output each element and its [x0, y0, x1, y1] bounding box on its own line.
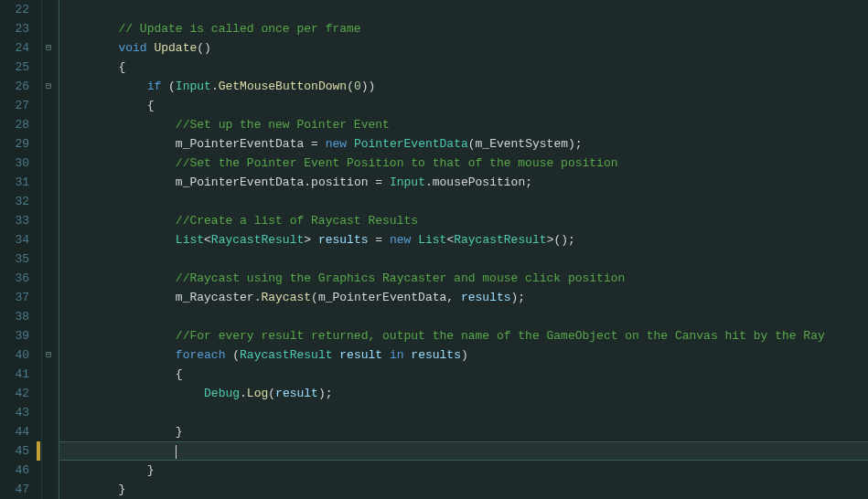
line-number: 35 [0, 250, 29, 269]
code-line[interactable]: if (Input.GetMouseButtonDown(0)) [59, 77, 868, 96]
line-number: 27 [0, 96, 29, 115]
change-bar-column [35, 0, 42, 499]
type-name: Input [390, 175, 425, 189]
field: m_PointerEventData [318, 291, 446, 304]
line-number: 36 [0, 269, 29, 288]
line-number: 34 [0, 230, 29, 250]
code-line[interactable]: { [59, 365, 868, 384]
comment: //Raycast using the Graphics Raycaster a… [176, 271, 625, 285]
keyword: new [326, 137, 347, 151]
code-line[interactable] [59, 0, 868, 19]
code-line[interactable]: Debug.Log(result); [59, 384, 868, 403]
type-name: RaycastResult [240, 348, 332, 362]
comment: // Update is called once per frame [118, 22, 360, 36]
line-number: 22 [0, 0, 29, 19]
type-name: Input [176, 80, 211, 93]
code-line[interactable] [59, 403, 868, 422]
line-number: 25 [0, 58, 29, 77]
code-line[interactable]: //Set up the new Pointer Event [59, 115, 868, 134]
line-number: 33 [0, 211, 29, 230]
code-line[interactable]: } [59, 480, 868, 499]
line-number: 28 [0, 115, 29, 134]
comment: //Create a list of Raycast Results [176, 214, 418, 228]
type-name: List [176, 233, 204, 247]
method-name: Update [154, 41, 197, 55]
line-number: 40 [0, 345, 29, 365]
line-number: 44 [0, 422, 29, 441]
code-line[interactable]: foreach (RaycastResult result in results… [59, 345, 868, 365]
line-number: 30 [0, 154, 29, 173]
line-number: 23 [0, 19, 29, 38]
method-name: GetMouseButtonDown [219, 80, 347, 93]
code-line[interactable]: //For every result returned, output the … [59, 326, 868, 345]
code-line[interactable]: } [59, 461, 868, 480]
comment: //For every result returned, output the … [176, 329, 825, 343]
fold-toggle[interactable]: ⊟ [42, 345, 55, 365]
code-line[interactable] [59, 307, 868, 326]
code-line[interactable]: { [59, 96, 868, 115]
comment: //Set up the new Pointer Event [176, 118, 390, 132]
line-number: 26 [0, 77, 29, 96]
line-number: 24 [0, 38, 29, 58]
field: m_EventSystem [476, 137, 568, 151]
line-number: 39 [0, 326, 29, 345]
line-number: 43 [0, 403, 29, 422]
keyword: if [147, 80, 162, 93]
property: position [311, 175, 368, 189]
field: m_PointerEventData [176, 175, 304, 189]
property: mousePosition [433, 175, 525, 189]
keyword: new [390, 233, 411, 247]
keyword: in [390, 348, 404, 362]
variable: result [339, 348, 382, 362]
code-line[interactable]: m_PointerEventData.position = Input.mous… [59, 173, 868, 192]
text-caret [176, 445, 177, 459]
code-line[interactable]: //Raycast using the Graphics Raycaster a… [59, 269, 868, 288]
code-text-area[interactable]: // Update is called once per frame void … [55, 0, 868, 499]
line-number: 42 [0, 384, 29, 403]
type-name: List [418, 233, 446, 247]
code-line[interactable]: void Update() [59, 38, 868, 58]
type-name: PointerEventData [354, 137, 468, 151]
code-line[interactable]: //Set the Pointer Event Position to that… [59, 154, 868, 173]
line-number: 41 [0, 365, 29, 384]
type-name: Debug [204, 387, 240, 400]
code-line[interactable] [59, 192, 868, 211]
type-name: RaycastResult [454, 233, 546, 247]
line-number: 32 [0, 192, 29, 211]
code-line[interactable]: m_PointerEventData = new PointerEventDat… [59, 134, 868, 154]
code-line[interactable]: // Update is called once per frame [59, 19, 868, 38]
line-number: 31 [0, 173, 29, 192]
code-editor[interactable]: 22 23 24 25 26 27 28 29 30 31 32 33 34 3… [0, 0, 868, 499]
fold-column: ⊟ ⊟ ⊟ [42, 0, 55, 499]
keyword: foreach [176, 348, 226, 362]
field: m_Raycaster [176, 291, 254, 304]
line-number: 45 [0, 441, 29, 461]
comment: //Set the Pointer Event Position to that… [176, 156, 618, 170]
line-number: 38 [0, 307, 29, 326]
variable: result [275, 387, 318, 400]
code-line[interactable]: m_Raycaster.Raycast(m_PointerEventData, … [59, 288, 868, 307]
method-name: Log [247, 387, 268, 400]
line-number-gutter: 22 23 24 25 26 27 28 29 30 31 32 33 34 3… [0, 0, 35, 499]
line-number: 37 [0, 288, 29, 307]
code-line[interactable]: { [59, 58, 868, 77]
keyword: void [118, 41, 146, 55]
line-number: 47 [0, 480, 29, 499]
variable: results [318, 233, 369, 247]
line-number: 46 [0, 461, 29, 480]
variable: results [411, 348, 461, 362]
fold-toggle[interactable]: ⊟ [42, 77, 55, 96]
code-line[interactable] [59, 250, 868, 269]
number-literal: 0 [354, 80, 361, 93]
code-line[interactable]: List<RaycastResult> results = new List<R… [59, 230, 868, 250]
modified-line-marker [37, 441, 40, 461]
type-name: RaycastResult [211, 233, 304, 247]
method-name: Raycast [261, 291, 311, 304]
field: m_PointerEventData [176, 137, 304, 151]
code-line[interactable]: //Create a list of Raycast Results [59, 211, 868, 230]
code-line[interactable]: } [59, 422, 868, 441]
code-line-current[interactable] [59, 441, 868, 461]
fold-toggle[interactable]: ⊟ [42, 38, 55, 58]
variable: results [461, 291, 511, 304]
line-number: 29 [0, 134, 29, 154]
